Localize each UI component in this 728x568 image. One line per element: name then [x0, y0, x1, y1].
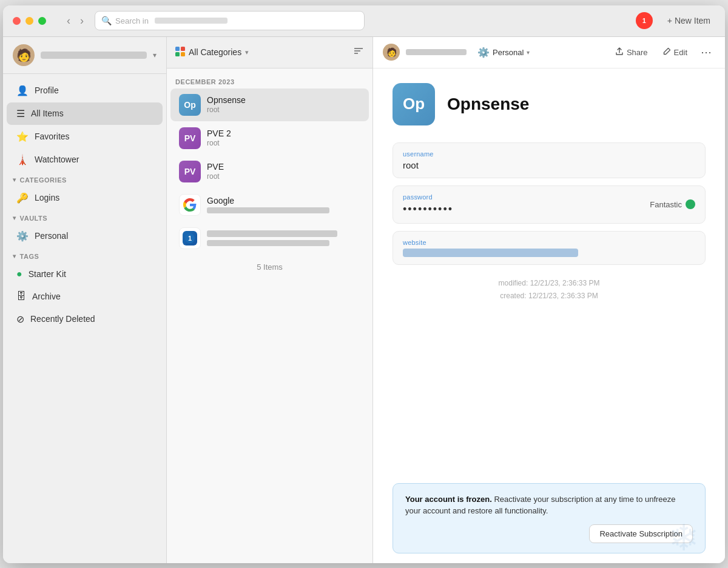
detail-user-blur: [406, 49, 467, 55]
sidebar-item-recently-deleted[interactable]: ⊘ Recently Deleted: [7, 308, 163, 330]
sidebar-item-all-items[interactable]: ☰ All Items: [7, 102, 163, 125]
item-info: Opnsense root: [207, 95, 360, 114]
edit-label: Edit: [674, 48, 687, 57]
strength-indicator: [686, 199, 695, 209]
recently-deleted-icon: ⊘: [16, 313, 24, 325]
sort-button[interactable]: [353, 45, 364, 59]
list-item[interactable]: Google: [170, 189, 369, 221]
sidebar-item-personal[interactable]: ⚙️ Personal: [7, 225, 163, 247]
item-info: PVE 2 root: [207, 129, 360, 147]
all-categories-button[interactable]: All Categories ▾: [175, 47, 249, 58]
password-strength: Fantastic: [650, 199, 695, 209]
frozen-text: Your account is frozen. Reactivate your …: [405, 493, 693, 517]
maximize-button[interactable]: [38, 17, 46, 25]
archive-icon: 🗄: [16, 291, 26, 302]
new-item-label: + New Item: [667, 16, 710, 25]
field-section-website: website: [393, 231, 706, 265]
item-title: PVE 2: [207, 129, 360, 138]
svg-rect-3: [181, 52, 185, 56]
chevron-icon: ▾: [13, 253, 16, 259]
detail-header: 🧑 ⚙️ Personal ▾ Share: [373, 37, 725, 68]
more-options-button[interactable]: ⋯: [697, 43, 715, 61]
item-subtitle: root: [207, 139, 360, 147]
sidebar-profile[interactable]: 🧑 ▾: [3, 37, 166, 74]
tags-header[interactable]: ▾ TAGS: [3, 248, 166, 262]
sidebar: 🧑 ▾ 👤 Profile ☰ All Items ⭐ Favorites: [3, 37, 167, 563]
categories-header[interactable]: ▾ CATEGORIES: [3, 172, 166, 186]
detail-avatar: 🧑: [383, 44, 400, 61]
item-title: Opnsense: [207, 95, 360, 105]
frozen-watermark-icon: ❄: [669, 516, 699, 553]
modified-date: modified: 12/21/23, 2:36:33 PM: [393, 277, 706, 290]
minimize-button[interactable]: [25, 17, 33, 25]
frozen-banner: Your account is frozen. Reactivate your …: [393, 483, 706, 553]
vault-selector-button[interactable]: ⚙️ Personal ▾: [477, 47, 530, 58]
list-item[interactable]: 1: [170, 222, 369, 255]
chevron-down-icon: ▾: [153, 51, 157, 59]
favorites-icon: ⭐: [16, 131, 29, 142]
share-label: Share: [627, 48, 648, 57]
detail-title-row: Op Opnsense: [393, 83, 706, 125]
sidebar-item-label: Watchtower: [35, 155, 79, 164]
item-icon: PV: [179, 161, 201, 182]
search-blur: [155, 18, 228, 24]
detail-body: Op Opnsense username root password: [373, 68, 725, 473]
password-label: password: [403, 193, 650, 201]
item-title: Google: [207, 196, 360, 205]
back-button[interactable]: ‹: [63, 13, 74, 28]
frozen-bold-text: Your account is frozen.: [405, 495, 492, 504]
vaults-header[interactable]: ▾ VAULTS: [3, 210, 166, 224]
chevron-icon: ▾: [13, 215, 16, 221]
item-title-blur: [207, 230, 337, 237]
sidebar-item-profile[interactable]: 👤 Profile: [7, 79, 163, 102]
search-bar[interactable]: 🔍 Search in: [95, 11, 365, 30]
sidebar-item-logins[interactable]: 🔑 Logins: [7, 187, 163, 209]
items-header: All Categories ▾: [167, 37, 372, 68]
list-item[interactable]: Op Opnsense root: [170, 89, 369, 121]
list-item[interactable]: PV PVE root: [170, 155, 369, 188]
username-field[interactable]: username root: [393, 143, 705, 178]
all-items-icon: ☰: [16, 108, 25, 119]
edit-button[interactable]: Edit: [658, 45, 692, 60]
chevron-icon: ▾: [13, 176, 16, 183]
sidebar-item-archive[interactable]: 🗄 Archive: [7, 286, 163, 307]
items-list: DECEMBER 2023 Op Opnsense root PV: [167, 68, 372, 563]
svg-text:1: 1: [188, 235, 192, 242]
vault-gear-icon: ⚙️: [477, 47, 490, 58]
website-label: website: [403, 239, 695, 246]
sidebar-item-label: Favorites: [35, 132, 70, 141]
share-icon: [615, 47, 624, 58]
field-section-password: password •••••••••• Fantastic: [393, 185, 706, 224]
detail-meta: modified: 12/21/23, 2:36:33 PM created: …: [393, 277, 706, 303]
starter-kit-icon: ●: [16, 269, 22, 279]
all-categories-icon: [175, 47, 185, 58]
profile-name: [41, 52, 147, 59]
sidebar-item-starter-kit[interactable]: ● Starter Kit: [7, 263, 163, 285]
close-button[interactable]: [13, 17, 21, 25]
search-icon: 🔍: [101, 16, 112, 25]
nav-buttons: ‹ ›: [63, 13, 87, 28]
items-panel: All Categories ▾ DECEMBER 2023 Op: [167, 37, 373, 563]
all-categories-label: All Categories: [189, 47, 241, 57]
sidebar-item-watchtower[interactable]: 🗼 Watchtower: [7, 149, 163, 171]
share-button[interactable]: Share: [610, 45, 653, 60]
traffic-lights: [13, 17, 46, 25]
list-item[interactable]: PV PVE 2 root: [170, 122, 369, 155]
items-count: 5 Items: [167, 255, 372, 279]
edit-icon: [662, 47, 671, 58]
forward-button[interactable]: ›: [76, 13, 87, 28]
website-field[interactable]: website: [393, 232, 705, 264]
sidebar-item-label: Archive: [32, 292, 61, 301]
notification-badge[interactable]: 1: [636, 12, 653, 29]
sidebar-item-label: Starter Kit: [29, 269, 66, 279]
sidebar-item-favorites[interactable]: ⭐ Favorites: [7, 125, 163, 148]
sidebar-item-label: All Items: [31, 109, 64, 118]
website-value-blur: [403, 249, 578, 257]
avatar: 🧑: [13, 44, 35, 66]
1password-logo: 1: [183, 231, 197, 246]
item-info: [207, 230, 360, 246]
password-field[interactable]: password •••••••••• Fantastic: [393, 186, 705, 223]
new-item-button[interactable]: + New Item: [662, 13, 715, 28]
sidebar-item-label: Personal: [35, 231, 68, 241]
detail-actions: Share Edit ⋯: [610, 43, 715, 61]
